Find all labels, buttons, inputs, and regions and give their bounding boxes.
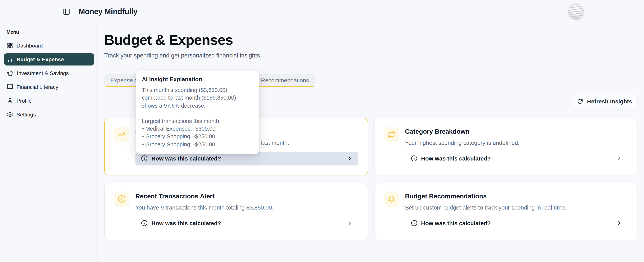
user-icon bbox=[7, 98, 13, 104]
sidebar-item-financial-literacy[interactable]: Financial Literacy bbox=[4, 81, 94, 93]
card-body: Your highest spending category is undefi… bbox=[405, 139, 628, 146]
card-icon-box bbox=[114, 127, 129, 142]
gear-icon bbox=[7, 111, 13, 118]
how-calculated-button[interactable]: How was this calculated? bbox=[405, 216, 628, 230]
sidebar-item-label: Financial Literacy bbox=[16, 84, 58, 90]
sidebar-item-label: Settings bbox=[16, 111, 36, 118]
sidebar-item-label: Dashboard bbox=[16, 42, 43, 49]
card-icon-box bbox=[384, 191, 399, 207]
refresh-icon bbox=[578, 98, 583, 104]
chevron-right-icon bbox=[616, 220, 622, 226]
sidebar-toggle-button[interactable] bbox=[62, 7, 71, 16]
how-calculated-button[interactable]: How was this calculated? bbox=[135, 216, 358, 230]
layout-dashboard-icon bbox=[7, 42, 13, 49]
how-calculated-label: How was this calculated? bbox=[152, 220, 221, 226]
piggy-bank-icon bbox=[7, 70, 14, 76]
card-title: Budget Recommendations bbox=[405, 193, 628, 200]
user-avatar[interactable] bbox=[568, 4, 584, 19]
card-category-breakdown: Category Breakdown Your highest spending… bbox=[374, 118, 638, 175]
info-icon bbox=[141, 155, 148, 162]
refresh-insights-button[interactable]: Refresh Insights bbox=[572, 94, 638, 108]
ai-insight-popover: AI Insight Explanation This month's spen… bbox=[136, 70, 259, 154]
card-body: You have 9 transactions this month total… bbox=[135, 204, 358, 211]
sidebar-nav: Dashboard Budget & Expense Investment & … bbox=[4, 39, 94, 121]
sidebar-item-settings[interactable]: Settings bbox=[4, 108, 94, 121]
card-content: Category Breakdown Your highest spending… bbox=[405, 127, 628, 165]
page-subtitle: Track your spending and get personalized… bbox=[104, 52, 638, 59]
sidebar-item-dashboard[interactable]: Dashboard bbox=[4, 39, 94, 52]
page-title: Budget & Expenses bbox=[104, 32, 638, 48]
card-body: Set up custom budget alerts to track you… bbox=[405, 204, 628, 211]
how-calculated-label: How was this calculated? bbox=[421, 155, 491, 162]
app-title: Money Mindfully bbox=[78, 7, 138, 16]
sidebar-item-label: Budget & Expense bbox=[16, 56, 64, 62]
app-root: Money Mindfully Menu Dashboard Budget & … bbox=[0, 0, 644, 262]
how-calculated-label: How was this calculated? bbox=[152, 155, 221, 162]
panel-left-icon bbox=[63, 8, 70, 15]
book-open-icon bbox=[7, 84, 13, 90]
alert-circle-icon bbox=[118, 195, 126, 203]
chevron-right-icon bbox=[347, 156, 352, 161]
refresh-insights-label: Refresh Insights bbox=[587, 98, 632, 104]
sidebar-item-investment-savings[interactable]: Investment & Savings bbox=[4, 67, 94, 79]
bell-icon bbox=[387, 195, 395, 203]
chevron-right-icon bbox=[347, 220, 352, 226]
card-content: Recent Transactions Alert You have 9 tra… bbox=[135, 191, 358, 230]
sidebar-item-label: Investment & Savings bbox=[17, 70, 69, 76]
ai-insight-popover-summary: This month's spending ($3,850.00) compar… bbox=[142, 86, 253, 110]
sidebar-menu-label: Menu bbox=[6, 29, 97, 35]
card-recent-transactions-alert: Recent Transactions Alert You have 9 tra… bbox=[104, 183, 368, 240]
info-icon bbox=[411, 220, 417, 226]
sidebar-item-profile[interactable]: Profile bbox=[4, 95, 94, 107]
card-icon-box bbox=[114, 191, 129, 207]
card-content: Budget Recommendations Set up custom bud… bbox=[405, 191, 628, 230]
how-calculated-button[interactable]: How was this calculated? bbox=[405, 152, 628, 165]
card-title: Category Breakdown bbox=[405, 128, 628, 135]
app-header: Money Mindfully bbox=[0, 0, 644, 23]
repeat-icon bbox=[387, 130, 395, 138]
info-icon bbox=[141, 220, 148, 226]
sidebar: Menu Dashboard Budget & Expense Investme… bbox=[0, 23, 98, 262]
info-icon bbox=[411, 155, 417, 162]
sidebar-item-label: Profile bbox=[16, 98, 32, 104]
bar-chart-icon bbox=[7, 56, 13, 62]
card-budget-recommendations: Budget Recommendations Set up custom bud… bbox=[374, 183, 638, 240]
trending-up-icon bbox=[118, 130, 125, 138]
ai-insight-popover-transactions: Largest transactions this month: • Medic… bbox=[142, 117, 253, 148]
sidebar-item-budget-expense[interactable]: Budget & Expense bbox=[4, 53, 94, 65]
chevron-right-icon bbox=[616, 156, 622, 161]
card-title: Recent Transactions Alert bbox=[135, 193, 358, 200]
ai-insight-popover-title: AI Insight Explanation bbox=[142, 76, 253, 82]
card-icon-box bbox=[384, 127, 399, 142]
how-calculated-label: How was this calculated? bbox=[421, 220, 491, 226]
